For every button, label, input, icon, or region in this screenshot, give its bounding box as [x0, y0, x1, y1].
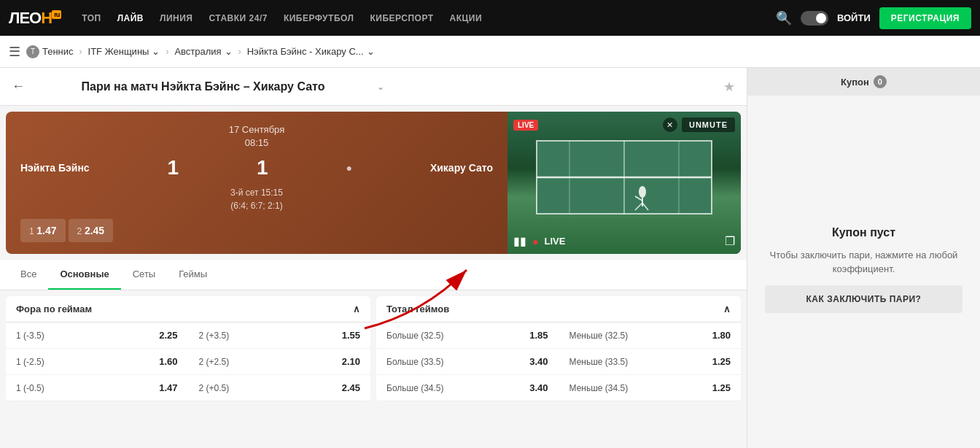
dot-separator: ●: [346, 162, 352, 174]
tab-all[interactable]: Все: [9, 260, 48, 290]
total-cell-0-1[interactable]: Больше (32.5) 1.85: [376, 323, 559, 348]
total-row-0: Больше (32.5) 1.85 Меньше (32.5) 1.80: [376, 323, 741, 349]
main-layout: ← Пари на матч Нэйкта Бэйнс – Хикару Сат…: [0, 68, 980, 448]
fullscreen-icon[interactable]: ❐: [725, 234, 735, 248]
odds-row: 1 1.47 2 2.45: [20, 219, 493, 242]
total-cell-1-2[interactable]: Меньше (33.5) 1.25: [559, 349, 742, 374]
breadcrumb-country-label: Австралия: [174, 46, 221, 57]
total-value-0-1: 1.85: [529, 330, 548, 341]
match-time: 08:15: [20, 136, 493, 150]
coupon-description: Чтобы заключить пари, нажмите на любой к…: [765, 248, 962, 277]
set-info-line2: (6:4; 6:7; 2:1): [20, 199, 493, 212]
fora-value-0-2: 1.55: [342, 330, 360, 341]
video-close-icon[interactable]: ✕: [663, 117, 677, 132]
chevron-down-icon-3: ⌄: [367, 46, 375, 57]
total-cell-2-1[interactable]: Больше (34.5) 3.40: [376, 375, 559, 401]
fora-cell-1-1[interactable]: 1 (-2.5) 1.60: [6, 349, 188, 374]
fora-cell-0-2[interactable]: 2 (+3.5) 1.55: [189, 323, 371, 348]
fora-cell-0-1[interactable]: 1 (-3.5) 2.25: [6, 323, 188, 348]
total-row-1: Больше (33.5) 3.40 Меньше (33.5) 1.25: [376, 349, 741, 375]
theme-toggle[interactable]: [801, 11, 828, 26]
odd-button-1[interactable]: 1 1.47: [20, 219, 66, 242]
odd-button-2[interactable]: 2 2.45: [69, 219, 114, 242]
chevron-down-icon-2: ⌄: [225, 46, 233, 57]
fora-value-1-2: 2.10: [342, 356, 360, 367]
breadcrumb-arrow-3: ›: [238, 47, 241, 57]
total-cell-0-2[interactable]: Меньше (32.5) 1.80: [559, 323, 742, 348]
match-title: Пари на матч Нэйкта Бэйнс – Хикару Сато: [34, 80, 373, 93]
coupon-tab[interactable]: Купон 0: [747, 68, 980, 96]
match-title-dropdown-icon[interactable]: ⌄: [377, 82, 384, 92]
set-info: 3-й сет 15:15 (6:4; 6:7; 2:1): [20, 186, 493, 212]
nav-item-top[interactable]: ТОП: [76, 9, 107, 28]
how-to-bet-button[interactable]: КАК ЗАКЛЮЧИТЬ ПАРИ?: [765, 285, 962, 313]
player2-name: Хикару Сато: [430, 162, 493, 174]
player1-score: 1: [168, 156, 179, 179]
video-live-label: LIVE: [544, 236, 565, 247]
fora-cell-1-2[interactable]: 2 (+2.5) 2.10: [189, 349, 371, 374]
breadcrumb-match[interactable]: Нэйкта Бэйнс - Хикару С... ⌄: [247, 46, 375, 57]
fora-row-1: 1 (-2.5) 1.60 2 (+2.5) 2.10: [6, 349, 370, 375]
total-collapse-icon[interactable]: ∧: [723, 304, 731, 314]
total-value-1-2: 1.25: [712, 356, 731, 367]
total-table: Тотал геймов ∧ Больше (32.5) 1.85 Меньше…: [376, 296, 741, 401]
fora-label-1-1: 1 (-2.5): [16, 357, 44, 367]
nav-item-liniya[interactable]: ЛИНИЯ: [154, 9, 198, 28]
total-table-header: Тотал геймов ∧: [376, 296, 741, 323]
fora-cell-2-2[interactable]: 2 (+0.5) 2.45: [189, 375, 371, 401]
register-button[interactable]: РЕГИСТРАЦИЯ: [879, 7, 971, 29]
back-button[interactable]: ←: [12, 79, 25, 94]
fora-value-2-1: 1.47: [159, 382, 177, 393]
tennis-court-svg: [508, 134, 741, 221]
hamburger-icon[interactable]: ☰: [9, 44, 20, 60]
nav-item-live[interactable]: ЛАЙВ: [112, 9, 149, 28]
total-label-1-2: Меньше (33.5): [569, 357, 629, 367]
tab-games[interactable]: Геймы: [167, 260, 219, 290]
total-value-2-1: 3.40: [529, 382, 548, 393]
odd-label-2: 2: [77, 226, 82, 236]
fora-title: Фора по геймам: [16, 304, 92, 314]
breadcrumb-tournament[interactable]: ITF Женщины ⌄: [88, 46, 160, 57]
unmute-button[interactable]: UNMUTE: [682, 117, 735, 132]
nav-items: ТОП ЛАЙВ ЛИНИЯ СТАВКИ 24/7 КИБЕРФУТБОЛ К…: [76, 9, 761, 28]
nav-item-aktsii[interactable]: АКЦИИ: [444, 9, 489, 28]
match-datetime: 17 Сентября 08:15: [20, 123, 493, 150]
breadcrumb-sport[interactable]: T Теннис: [26, 45, 74, 58]
total-value-0-2: 1.80: [712, 330, 731, 341]
search-icon[interactable]: 🔍: [776, 10, 792, 26]
fora-row-2: 1 (-0.5) 1.47 2 (+0.5) 2.45: [6, 375, 370, 401]
nav-right: 🔍 ВОЙТИ РЕГИСТРАЦИЯ: [776, 7, 971, 29]
match-header: ← Пари на матч Нэйкта Бэйнс – Хикару Сат…: [0, 68, 747, 106]
logo-ru-badge: ru: [52, 10, 61, 19]
total-cell-1-1[interactable]: Больше (33.5) 3.40: [376, 349, 559, 374]
video-live-badge: LIVE: [513, 120, 538, 131]
login-button[interactable]: ВОЙТИ: [837, 12, 871, 23]
live-indicator-dot: ●: [532, 236, 538, 247]
tabs-bar: Все Основные Сеты Геймы: [0, 260, 747, 290]
odd-value-2: 2.45: [85, 225, 104, 236]
total-label-0-1: Больше (32.5): [386, 331, 444, 341]
favorite-star-icon[interactable]: ★: [723, 79, 735, 95]
fora-cell-2-1[interactable]: 1 (-0.5) 1.47: [6, 375, 188, 401]
nav-item-stavki[interactable]: СТАВКИ 24/7: [203, 9, 273, 28]
total-value-1-1: 3.40: [529, 356, 548, 367]
fora-label-0-1: 1 (-3.5): [16, 331, 44, 341]
nav-item-kiberfootball[interactable]: КИБЕРФУТБОЛ: [278, 9, 360, 28]
tab-main[interactable]: Основные: [48, 260, 120, 290]
match-date: 17 Сентября: [20, 123, 493, 136]
total-cell-2-2[interactable]: Меньше (34.5) 1.25: [559, 375, 742, 401]
fora-collapse-icon[interactable]: ∧: [353, 304, 360, 314]
score-panel: 17 Сентября 08:15 Нэйкта Бэйнс 1 1 ● Хик…: [6, 112, 508, 254]
breadcrumb-country[interactable]: Австралия ⌄: [174, 46, 232, 57]
total-label-1-1: Больше (33.5): [386, 357, 444, 367]
video-controls: ▮▮ ● LIVE ❐: [513, 234, 735, 248]
breadcrumb-match-label: Нэйкта Бэйнс - Хикару С...: [247, 46, 364, 57]
nav-item-kibersport[interactable]: КИБЕРСПОРТ: [365, 9, 440, 28]
fora-value-1-1: 1.60: [159, 356, 177, 367]
tab-sets[interactable]: Сеты: [121, 260, 167, 290]
logo[interactable]: ЛЕОНru: [9, 9, 61, 28]
players-row: Нэйкта Бэйнс 1 1 ● Хикару Сато: [20, 156, 493, 179]
total-label-2-2: Меньше (34.5): [569, 383, 629, 393]
pause-button[interactable]: ▮▮: [513, 234, 526, 248]
fora-label-0-2: 2 (+3.5): [199, 331, 230, 341]
